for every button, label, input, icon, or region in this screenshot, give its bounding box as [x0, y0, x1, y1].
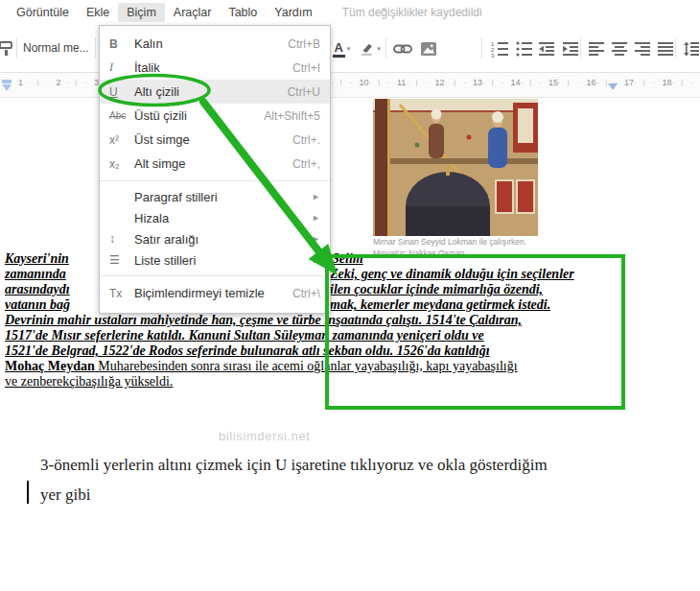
doc-text-line: Kayseri'nin [5, 251, 69, 267]
text-color-button[interactable]: A ▾ [327, 36, 356, 61]
doc-text-line: Devrinin mahir ustaları mahiyetinde han,… [5, 313, 522, 328]
menu-item-paragraf-stilleri[interactable]: Paragraf stilleri ► [100, 186, 330, 207]
menu-araclar[interactable]: Araçlar [165, 3, 221, 22]
menu-bicim[interactable]: Biçim [118, 3, 165, 22]
doc-text-line: zamanında [5, 267, 66, 282]
submenu-arrow-icon: ► [312, 255, 320, 265]
line-spacing-button[interactable] [679, 36, 700, 61]
doc-text-line: Mohaç Meydan Muharebesinden sonra sırası… [5, 359, 518, 374]
menu-item-shortcut: Ctrl+\ [292, 287, 320, 300]
strikethrough-icon: Abc [109, 110, 134, 121]
left-margin-marker[interactable] [2, 80, 12, 83]
insert-link-button[interactable] [390, 36, 415, 61]
menu-item-hizala[interactable]: Hizala ► [100, 207, 330, 228]
highlight-icon [360, 41, 375, 57]
text-cursor [27, 481, 29, 504]
menu-item-liste-stilleri[interactable]: ☰ Liste stilleri ► [100, 249, 330, 271]
paragraph-style-selector[interactable]: Normal me... [23, 41, 92, 55]
increase-indent-icon [562, 40, 579, 58]
align-left-icon [588, 40, 605, 58]
doc-text-line: 1517'de Mısır seferlerine katıldı. Kanun… [5, 328, 484, 343]
menu-item-label: Biçimlendirmeyi temizle [134, 286, 285, 300]
toolbar-separator [16, 37, 17, 59]
toolbar-separator [95, 37, 96, 59]
submenu-arrow-icon: ► [312, 213, 320, 223]
menu-item-label: Üstü çizili [134, 108, 256, 123]
menu-bar: Görüntüle Ekle Biçim Araçlar Tablo Yardı… [0, 0, 700, 25]
doc-text-line: arasındaydı [5, 282, 70, 297]
menu-goruntule[interactable]: Görüntüle [8, 3, 78, 22]
clear-formatting-icon: Tx [109, 287, 134, 300]
menu-item-ustu-cizili[interactable]: Abc Üstü çizili Alt+Shift+5 [100, 104, 330, 128]
doc-text-line: mak, kemerler meydana getirmek istedi. [330, 297, 550, 313]
format-menu: B Kalın Ctrl+B I İtalik Ctrl+I U Altı çi… [99, 25, 331, 314]
doc-text-bold: Mohaç Meydan [5, 359, 95, 373]
menu-item-label: Satır aralığı [134, 232, 304, 247]
menu-item-label: Üst simge [134, 132, 285, 147]
highlight-color-button[interactable]: ▾ [356, 36, 385, 61]
menu-separator [100, 275, 330, 276]
line-spacing-icon [683, 40, 700, 58]
bulleted-list-button[interactable] [511, 36, 536, 61]
svg-text:3: 3 [491, 53, 495, 59]
doc-text-regular: Muharebesinden sonra sırası ile acemi oğ… [95, 359, 518, 373]
doc-text-line: ilen çocuklar içinde mimarlığa özendi, [330, 282, 543, 297]
chevron-down-icon: ▾ [347, 45, 351, 53]
toolbar-separator [580, 37, 581, 59]
menu-item-satir-araligi[interactable]: ↕ Satır aralığı ► [100, 228, 330, 249]
doc-text-line: Selim [332, 251, 363, 267]
menu-item-shortcut: Ctrl+, [292, 157, 320, 171]
underline-icon: U [109, 85, 134, 99]
image-caption-line2: Minyatür: Nakkaş Osman [373, 248, 464, 258]
menu-item-shortcut: Ctrl+. [292, 133, 320, 147]
menu-item-label: Liste stilleri [134, 253, 304, 268]
doc-text-line: Zeki, genç ve dinamik olduğu için seçile… [330, 267, 574, 282]
align-center-button[interactable] [607, 36, 632, 61]
first-line-indent-marker[interactable] [2, 84, 12, 91]
google-docs-window: Görüntüle Ekle Biçim Araçlar Tablo Yardı… [0, 0, 700, 591]
menu-tablo[interactable]: Tablo [220, 3, 266, 22]
menu-item-alt-simge[interactable]: x₂ Alt simge Ctrl+, [100, 152, 330, 176]
toolbar-separator [675, 37, 676, 59]
toolbar-separator [385, 37, 386, 59]
menu-ekle[interactable]: Ekle [78, 3, 118, 22]
menu-item-alti-cizili[interactable]: U Altı çizili Ctrl+U [100, 80, 330, 104]
save-status: Tüm değişiklikler kaydedildi [342, 6, 482, 19]
subscript-icon: x₂ [109, 157, 134, 171]
menu-item-shortcut: Alt+Shift+5 [264, 109, 320, 123]
menu-item-shortcut: Ctrl+I [292, 61, 320, 75]
bulleted-list-icon [515, 40, 532, 58]
doc-text-line: vatanın bağ [5, 297, 70, 313]
align-justify-icon [657, 40, 674, 58]
menu-separator [100, 180, 330, 181]
menu-item-kalin[interactable]: B Kalın Ctrl+B [100, 32, 330, 56]
link-icon [393, 40, 412, 58]
right-indent-marker[interactable] [608, 83, 618, 90]
text-color-icon: A [333, 41, 345, 58]
decrease-indent-button[interactable] [534, 36, 559, 61]
italic-icon: I [109, 60, 134, 75]
menu-yardim[interactable]: Yardım [266, 3, 320, 22]
image-icon [420, 40, 437, 58]
superscript-icon: x² [109, 133, 134, 147]
doc-text-line: 1521'de Belgrad, 1522'de Rodos seferinde… [5, 343, 490, 359]
menu-item-label: Altı çizili [134, 84, 280, 99]
instruction-line2: yer gibi [40, 484, 90, 507]
inline-image-miniature[interactable] [373, 99, 538, 236]
menu-item-italik[interactable]: I İtalik Ctrl+I [100, 56, 330, 80]
align-center-icon [611, 40, 628, 58]
line-spacing-icon: ↕ [109, 232, 134, 246]
numbered-list-button[interactable]: 123 [487, 36, 512, 61]
align-right-button[interactable] [630, 36, 655, 61]
align-right-icon [634, 40, 651, 58]
menu-item-bicimlendirmeyi-temizle[interactable]: Tx Biçimlendirmeyi temizle Ctrl+\ [100, 281, 330, 305]
menu-item-ust-simge[interactable]: x² Üst simge Ctrl+. [100, 128, 330, 152]
numbered-list-icon: 123 [491, 40, 508, 58]
list-styles-icon: ☰ [109, 253, 134, 267]
bold-icon: B [109, 37, 134, 51]
menu-item-shortcut: Ctrl+B [288, 37, 320, 51]
chevron-down-icon: ▾ [377, 45, 381, 53]
menu-item-shortcut: Ctrl+U [288, 85, 320, 99]
align-left-button[interactable] [584, 36, 609, 61]
insert-image-button[interactable] [416, 36, 441, 61]
